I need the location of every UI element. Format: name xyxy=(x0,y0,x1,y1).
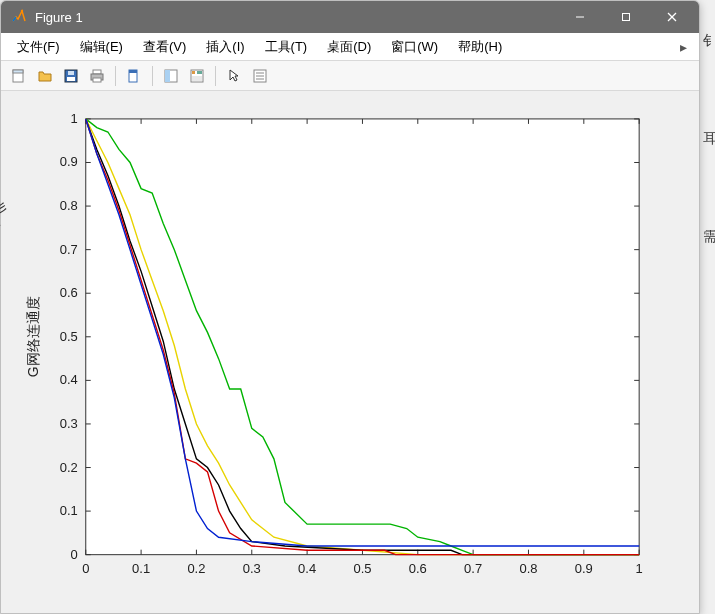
svg-rect-14 xyxy=(129,70,137,73)
pointer-button[interactable] xyxy=(222,64,246,88)
toolbar xyxy=(1,61,699,91)
x-ticklabel: 0 xyxy=(82,561,89,576)
link-button[interactable] xyxy=(159,64,183,88)
svg-rect-20 xyxy=(192,76,202,81)
menu-insert[interactable]: 插入(I) xyxy=(196,34,254,60)
svg-rect-19 xyxy=(197,71,202,74)
print-button[interactable] xyxy=(85,64,109,88)
x-ticklabel: 0.6 xyxy=(409,561,427,576)
window-controls xyxy=(557,1,695,33)
y-ticklabel: 1 xyxy=(71,111,78,126)
svg-rect-2 xyxy=(623,14,630,21)
menubar: 文件(F) 编辑(E) 查看(V) 插入(I) 工具(T) 桌面(D) 窗口(W… xyxy=(1,33,699,61)
y-ticklabel: 0.6 xyxy=(60,285,78,300)
toolbar-separator xyxy=(215,66,216,86)
y-ticklabel: 0.8 xyxy=(60,198,78,213)
x-ticklabel: 0.3 xyxy=(243,561,261,576)
x-ticklabel: 0.9 xyxy=(575,561,593,576)
y-ticklabel: 0.9 xyxy=(60,154,78,169)
y-ticklabel: 0 xyxy=(71,547,78,562)
x-ticklabel: 0.4 xyxy=(298,561,316,576)
minimize-button[interactable] xyxy=(557,1,603,33)
window-title: Figure 1 xyxy=(35,10,557,25)
new-figure-button[interactable] xyxy=(7,64,31,88)
x-ticklabel: 0.2 xyxy=(187,561,205,576)
insert-legend-button[interactable] xyxy=(248,64,272,88)
toolbar-separator xyxy=(152,66,153,86)
menu-file[interactable]: 文件(F) xyxy=(7,34,70,60)
x-ticklabel: 0.1 xyxy=(132,561,150,576)
svg-rect-12 xyxy=(93,78,101,82)
menu-edit[interactable]: 编辑(E) xyxy=(70,34,133,60)
svg-point-0 xyxy=(21,10,23,12)
menu-tools[interactable]: 工具(T) xyxy=(255,34,318,60)
x-ticklabel: 0.8 xyxy=(519,561,537,576)
svg-rect-9 xyxy=(68,71,74,75)
open-button[interactable] xyxy=(33,64,57,88)
menu-help[interactable]: 帮助(H) xyxy=(448,34,512,60)
save-button[interactable] xyxy=(59,64,83,88)
svg-rect-8 xyxy=(67,77,75,81)
background-clutter-right: 钅 耳 需 xyxy=(703,32,715,326)
svg-rect-6 xyxy=(13,70,23,73)
matlab-icon xyxy=(11,9,27,25)
y-ticklabel: 0.3 xyxy=(60,416,78,431)
menu-desktop[interactable]: 桌面(D) xyxy=(317,34,381,60)
data-cursor-button[interactable] xyxy=(185,64,209,88)
close-button[interactable] xyxy=(649,1,695,33)
figure-window: Figure 1 文件(F) 编辑(E) 查看(V) 插入(I) 工具(T) 桌… xyxy=(0,0,700,614)
y-ticklabel: 0.7 xyxy=(60,242,78,257)
maximize-button[interactable] xyxy=(603,1,649,33)
y-ticklabel: 0.5 xyxy=(60,329,78,344)
x-ticklabel: 1 xyxy=(636,561,643,576)
titlebar[interactable]: Figure 1 xyxy=(1,1,699,33)
print-preview-button[interactable] xyxy=(122,64,146,88)
menu-view[interactable]: 查看(V) xyxy=(133,34,196,60)
y-ticklabel: 0.1 xyxy=(60,503,78,518)
menu-overflow-icon[interactable]: ▸ xyxy=(674,37,693,57)
x-ticklabel: 0.7 xyxy=(464,561,482,576)
y-axis-label: G网络连通度 xyxy=(25,296,41,377)
svg-rect-18 xyxy=(192,71,195,74)
axes[interactable]: 00.10.20.30.40.50.60.70.80.9100.10.20.30… xyxy=(1,91,699,613)
y-ticklabel: 0.4 xyxy=(60,372,78,387)
svg-rect-10 xyxy=(93,70,101,74)
y-ticklabel: 0.2 xyxy=(60,460,78,475)
svg-rect-16 xyxy=(165,70,170,82)
toolbar-separator xyxy=(115,66,116,86)
plot-area xyxy=(86,119,639,555)
figure-content: 00.10.20.30.40.50.60.70.80.9100.10.20.30… xyxy=(1,91,699,613)
menu-window[interactable]: 窗口(W) xyxy=(381,34,448,60)
x-ticklabel: 0.5 xyxy=(353,561,371,576)
